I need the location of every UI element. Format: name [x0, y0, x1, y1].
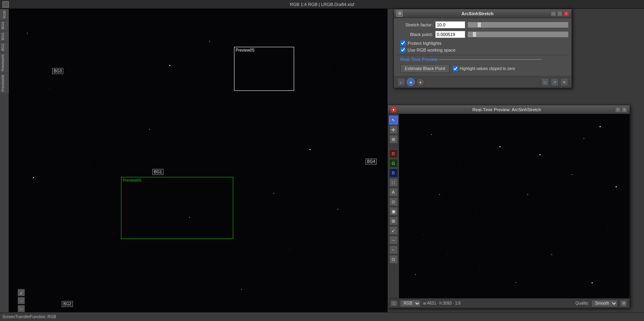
rtp-statusbar: □ RGB L R G B w:4631 · h:3093 · 1:8 Qual…	[388, 298, 630, 308]
tool-nav-btn[interactable]: →	[18, 297, 25, 304]
rtp-tool-square[interactable]: □	[389, 178, 398, 187]
highlight-label[interactable]: Highlight values clipped to zero	[460, 66, 515, 71]
window-icon	[2, 1, 9, 8]
preview06-box[interactable]: Preview06	[121, 177, 233, 239]
black-point-input[interactable]	[435, 31, 465, 38]
highlight-checkbox[interactable]	[453, 66, 458, 71]
arcsinh-icon-arrow[interactable]: ↙	[397, 78, 405, 86]
arcsinh-bottom-bar: ↙ ■ ● □ ↗ ✕	[394, 76, 571, 88]
rtp-close2-btn[interactable]: ×	[622, 107, 627, 112]
preview05-box[interactable]: Preview05	[234, 47, 294, 91]
rtp-status-square[interactable]: □	[390, 300, 398, 307]
arcsinh-bottom-right-icons: □ ↗ ✕	[541, 78, 568, 86]
bg1-label: BG1	[152, 169, 164, 175]
highlight-row: Highlight values clipped to zero	[453, 66, 515, 71]
rtp-tool-B[interactable]: B	[389, 169, 398, 177]
sidebar-tab-preview06[interactable]: Preview06	[0, 73, 9, 93]
realtime-label: Real-Time Preview ──────────────────────…	[397, 57, 568, 62]
arcsinh-minimize-btn[interactable]: ─	[551, 11, 556, 16]
arcsinh-icon-square-blue[interactable]: ■	[407, 78, 415, 86]
rtp-mode-select[interactable]: RGB L R G B	[400, 300, 421, 307]
rtp-window: ● Real-Time Preview: ArcSinhStretch + × …	[388, 105, 630, 308]
rtp-titlebar[interactable]: ● Real-Time Preview: ArcSinhStretch + ×	[388, 105, 630, 114]
arcsinh-gear-icon: ⚙	[396, 10, 403, 17]
app-status-text: ScreenTransferFunction: RGB	[2, 315, 56, 319]
use-rgb-checkbox[interactable]	[400, 47, 406, 52]
rtp-tool-nav-fwd[interactable]: →	[389, 236, 398, 245]
black-point-label: Black point:	[397, 32, 435, 37]
rtp-add-btn[interactable]: +	[615, 107, 621, 112]
rtp-quality-select[interactable]: Smooth Fast	[592, 300, 618, 307]
rtp-tool-cursor[interactable]: ↖	[389, 116, 398, 124]
tool-arrow-btn[interactable]: ↙	[18, 289, 25, 296]
protect-highlights-checkbox[interactable]	[400, 40, 406, 46]
rtp-quality-label: Quality:	[575, 301, 589, 305]
stretch-factor-row: Stretch factor:	[397, 21, 568, 28]
rtp-settings-gear[interactable]: ⚙	[620, 300, 627, 307]
arcsinh-content: Stretch factor: Black point: Protect hig…	[394, 18, 571, 76]
rtp-canvas	[399, 114, 630, 298]
use-rgb-label[interactable]: Use RGB working space	[408, 48, 456, 52]
arcsinh-titlebar[interactable]: ⚙ ArcSinhStretch ─ □ ×	[394, 9, 571, 18]
nav-tabs: RGB BG4 BG3 BG2 Preview05 Preview06	[0, 9, 9, 321]
arcsinh-bottom-left-icons: ↙ ■ ●	[397, 78, 424, 86]
tool-back-btn[interactable]: ←	[18, 305, 25, 312]
bg4-label: BG4	[365, 158, 377, 165]
rtp-tool-crosshair[interactable]: ✛	[389, 125, 398, 134]
right-panel: ⚙ ArcSinhStretch ─ □ × Stretch factor: B…	[388, 9, 644, 321]
bg2-label: BG2	[62, 301, 73, 307]
arcsinh-dialog: ⚙ ArcSinhStretch ─ □ × Stretch factor: B…	[394, 9, 572, 88]
canvas-area[interactable]: Preview05 Preview06 BG3 BG1 BG4 BG2 ↙ → …	[9, 9, 388, 321]
rtp-tool-expand[interactable]: ⊞	[389, 217, 398, 225]
realtime-row: Estimate Black Point Highlight values cl…	[397, 64, 568, 73]
title-bar: RGB 1:4 RGB | LRGB.Draft4.xisf	[0, 0, 644, 9]
window-title: RGB 1:4 RGB | LRGB.Draft4.xisf	[290, 2, 354, 7]
protect-highlights-label[interactable]: Protect highlights	[408, 41, 441, 46]
rtp-tool-zoom[interactable]: ⊞	[389, 135, 398, 144]
sidebar-tab-bg2[interactable]: BG2	[0, 42, 9, 52]
rtp-dimensions: w:4631 · h:3093 · 1:8	[423, 301, 460, 305]
rtp-tool-R[interactable]: R	[389, 149, 398, 158]
bottom-left-tools: ↙ → ←	[18, 289, 25, 312]
rtp-tool-nav-bck[interactable]: ←	[389, 245, 398, 254]
rtp-tool-G[interactable]: G	[389, 159, 398, 168]
rtp-tool-nav-mode[interactable]: ⊡	[389, 255, 398, 264]
main-container: RGB BG4 BG3 BG2 Preview05 Preview06 Prev…	[0, 9, 644, 321]
arcsinh-icon-close2[interactable]: ✕	[560, 78, 568, 86]
sidebar-tab-rgb[interactable]: RGB	[0, 9, 9, 20]
rtp-close-icon: ●	[392, 108, 394, 112]
black-point-row: Black point:	[397, 31, 568, 38]
rtp-body: ↖ ✛ ⊞ R G B □ A ⊙ ▣ ⊞ ↙ → ← ⊡	[388, 114, 630, 298]
preview05-label: Preview05	[236, 48, 254, 52]
preview06-label: Preview06	[123, 178, 141, 183]
arcsinh-icon-expand2[interactable]: ↗	[551, 78, 559, 86]
rtp-tool-screen[interactable]: ▣	[389, 207, 398, 216]
sidebar-tab-bg3[interactable]: BG3	[0, 31, 9, 42]
stretch-factor-input[interactable]	[435, 21, 465, 28]
estimate-black-point-button[interactable]: Estimate Black Point	[400, 64, 450, 73]
stretch-factor-label: Stretch factor:	[397, 22, 435, 27]
arcsinh-icon-expand1[interactable]: □	[541, 78, 549, 86]
use-rgb-row: Use RGB working space	[397, 47, 568, 52]
rtp-tool-A[interactable]: A	[389, 188, 398, 197]
protect-highlights-row: Protect highlights	[397, 40, 568, 46]
arcsinh-icon-circle[interactable]: ●	[416, 78, 424, 86]
arcsinh-close-btn[interactable]: ×	[563, 11, 569, 16]
rtp-tool-spacer	[389, 144, 398, 148]
app-statusbar: ScreenTransferFunction: RGB	[0, 312, 644, 321]
stretch-factor-slider[interactable]	[468, 22, 568, 28]
black-point-slider[interactable]	[468, 32, 568, 37]
sidebar-tab-bg4[interactable]: BG4	[0, 20, 9, 31]
sidebar-tab-preview05[interactable]: Preview05	[0, 52, 9, 73]
rtp-toolbar: ↖ ✛ ⊞ R G B □ A ⊙ ▣ ⊞ ↙ → ← ⊡	[388, 114, 399, 298]
arcsinh-maximize-btn[interactable]: □	[557, 11, 563, 16]
arcsinh-title: ArcSinhStretch	[405, 11, 550, 16]
rtp-tool-camera[interactable]: ⊙	[389, 197, 398, 206]
rtp-title: Real-Time Preview: ArcSinhStretch	[399, 107, 614, 112]
bg3-label: BG3	[52, 68, 63, 74]
realtime-section: Real-Time Preview ──────────────────────…	[397, 55, 568, 73]
rtp-tool-arrows[interactable]: ↙	[389, 226, 398, 235]
rtp-close-btn[interactable]: ●	[390, 106, 397, 113]
